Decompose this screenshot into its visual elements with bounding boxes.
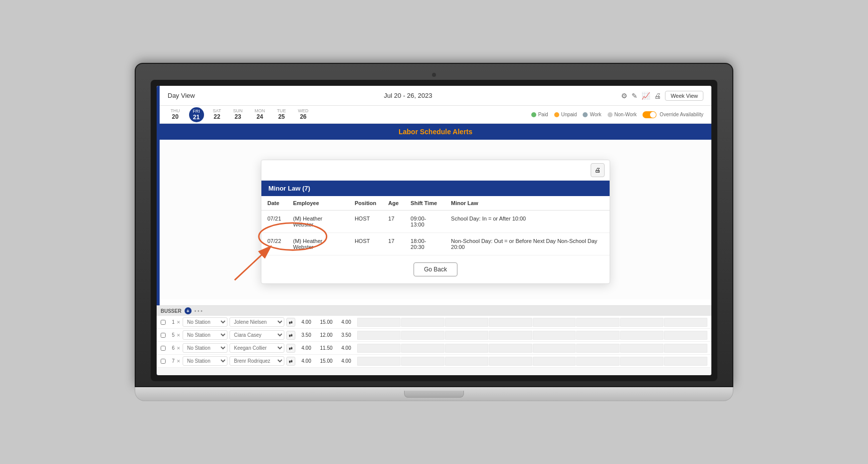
row5-employee-select[interactable]: Ciara Casey (229, 330, 284, 340)
row1-minor-law: School Day: In = or After 10:00 (445, 211, 610, 233)
busser-label: BUSSER (161, 308, 182, 314)
row6-delete[interactable]: ✕ (177, 346, 181, 351)
day-tabs-left: THU 20 FRI 21 SAT 22 (168, 107, 311, 122)
row1-v3: 4.00 (337, 319, 355, 325)
row2-shift-time: 18:00-20:30 (405, 233, 445, 255)
day-tab-wed[interactable]: WED 26 (295, 107, 311, 122)
busser-section: BUSSER + • • • 1 ✕ No Station Jolene Nie… (157, 305, 711, 375)
modal-box: 🖨 Minor Law (7) Date (261, 160, 610, 284)
row7-delete[interactable]: ✕ (177, 359, 181, 364)
row1-employee: (M) Heather Webster (287, 211, 349, 233)
toggle-thumb (650, 112, 656, 118)
row1-position: HOST (349, 211, 382, 233)
alert-bar: Labor Schedule Alerts (160, 124, 711, 140)
col-minor-law: Minor Law (445, 196, 610, 211)
row5-v3: 3.50 (337, 332, 355, 338)
day-tab-mon[interactable]: MON 24 (251, 107, 268, 122)
legend-work: Work (583, 112, 601, 117)
schedule-background: 🖨 Minor Law (7) Date (160, 140, 711, 299)
work-label: Work (590, 112, 601, 117)
row6-employee-select[interactable]: Keegan Collier (229, 343, 284, 353)
row7-employee-select[interactable]: Brenr Rodriquez (229, 356, 284, 366)
legend-area: Paid Unpaid Work (531, 111, 703, 118)
laptop-screen: Day View Jul 20 - 26, 2023 ⚙ ✎ 📈 🖨 Week … (157, 86, 711, 375)
chart-icon[interactable]: 📈 (642, 92, 650, 100)
row5-grid (357, 331, 707, 340)
row7-num: 7 (168, 358, 175, 364)
unpaid-dot (554, 112, 559, 117)
settings-icon[interactable]: ⚙ (621, 92, 628, 100)
day-tab-sat[interactable]: SAT 22 (210, 107, 224, 122)
table-row: 07/21 (M) Heather Webster HOST 17 09:00-… (261, 211, 610, 233)
row2-date: 07/22 (261, 233, 287, 255)
app-container: Day View Jul 20 - 26, 2023 ⚙ ✎ 📈 🖨 Week … (157, 86, 711, 375)
override-label: Override Availability (659, 112, 703, 117)
row5-checkbox[interactable] (161, 333, 166, 338)
minor-law-table: Date Employee Position Age Shift Time Mi… (261, 196, 610, 255)
laptop-lid: Day View Jul 20 - 26, 2023 ⚙ ✎ 📈 🖨 Week … (135, 63, 733, 387)
laptop-outer: Day View Jul 20 - 26, 2023 ⚙ ✎ 📈 🖨 Week … (135, 63, 733, 401)
row5-delete[interactable]: ✕ (177, 333, 181, 338)
row2-position: HOST (349, 233, 382, 255)
row5-station-select[interactable]: No Station (183, 330, 227, 340)
nav-icons: ⚙ ✎ 📈 🖨 Week View (621, 91, 703, 101)
row1-v2: 15.00 (317, 319, 335, 325)
busser-header: BUSSER + • • • (157, 306, 711, 316)
row1-station-select[interactable]: No Station (183, 317, 227, 327)
legend-non-work: Non-Work (608, 112, 637, 117)
row6-checkbox[interactable] (161, 346, 166, 351)
busser-dots: • • • (195, 308, 203, 314)
day-tab-thu[interactable]: THU 20 (168, 107, 183, 122)
legend-paid: Paid (531, 112, 548, 117)
row6-station-select[interactable]: No Station (183, 343, 227, 353)
row7-action-icon[interactable]: ⇄ (286, 357, 295, 366)
row6-num: 6 (168, 345, 175, 351)
row1-grid (357, 318, 707, 327)
row6-v3: 4.00 (337, 345, 355, 351)
row6-v2: 11.50 (317, 345, 335, 351)
day-tab-tue[interactable]: TUE 25 (274, 107, 289, 122)
row1-v1: 4.00 (297, 319, 315, 325)
row7-v3: 4.00 (337, 358, 355, 364)
row7-checkbox[interactable] (161, 359, 166, 364)
row6-action-icon[interactable]: ⇄ (286, 344, 295, 353)
laptop-base (135, 387, 733, 401)
row1-employee-select[interactable]: Jolene Nielsen (229, 317, 284, 327)
modal-print-row: 🖨 (261, 160, 610, 181)
go-back-button[interactable]: Go Back (414, 262, 457, 276)
laptop-notch (404, 391, 464, 398)
non-work-dot (608, 112, 613, 117)
row1-delete[interactable]: ✕ (177, 320, 181, 325)
col-age: Age (382, 196, 405, 211)
modal-footer: Go Back (261, 255, 610, 283)
row7-grid (357, 357, 707, 366)
row1-num: 1 (168, 319, 175, 325)
col-position: Position (349, 196, 382, 211)
row5-v1: 3.50 (297, 332, 315, 338)
day-tab-sun[interactable]: SUN 23 (230, 107, 245, 122)
row5-action-icon[interactable]: ⇄ (286, 331, 295, 340)
top-nav: Day View Jul 20 - 26, 2023 ⚙ ✎ 📈 🖨 Week … (160, 86, 711, 106)
date-range: Jul 20 - 26, 2023 (195, 92, 622, 99)
row1-action-icon[interactable]: ⇄ (286, 318, 295, 327)
row1-checkbox[interactable] (161, 320, 166, 325)
override-availability-toggle[interactable]: Override Availability (643, 111, 703, 118)
row6-grid (357, 344, 707, 353)
row2-age: 17 (382, 233, 405, 255)
row1-age: 17 (382, 211, 405, 233)
row7-station-select[interactable]: No Station (183, 356, 227, 366)
busser-add-button[interactable]: + (185, 307, 192, 314)
day-tabs-bar: THU 20 FRI 21 SAT 22 (160, 106, 711, 124)
table-row: 07/22 (M) Heather Webster HOST 17 18:00-… (261, 233, 610, 255)
non-work-label: Non-Work (615, 112, 637, 117)
day-tab-fri[interactable]: FRI 21 (189, 107, 204, 122)
modal-print-button[interactable]: 🖨 (591, 163, 605, 177)
edit-icon[interactable]: ✎ (632, 92, 638, 100)
toggle-track[interactable] (643, 111, 656, 118)
unpaid-label: Unpaid (561, 112, 577, 117)
col-employee: Employee (287, 196, 349, 211)
row2-minor-law: Non-School Day: Out = or Before Next Day… (445, 233, 610, 255)
print-icon[interactable]: 🖨 (654, 92, 661, 100)
row7-v2: 15.00 (317, 358, 335, 364)
week-view-button[interactable]: Week View (665, 91, 703, 101)
